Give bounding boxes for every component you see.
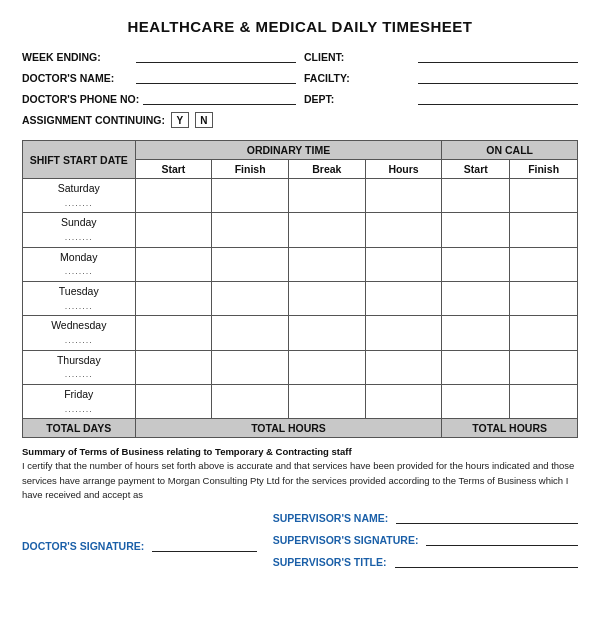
oncall-cell-2-0[interactable]	[442, 247, 510, 281]
ordinary-cell-3-1[interactable]	[212, 281, 289, 315]
day-friday: Friday........	[23, 384, 136, 418]
ordinary-cell-5-2[interactable]	[288, 350, 365, 384]
oncall-cell-5-1[interactable]	[510, 350, 578, 384]
phone-label: DOCTOR'S PHONE NO:	[22, 93, 139, 105]
phone-input[interactable]	[143, 91, 296, 105]
ordinary-cell-0-1[interactable]	[212, 179, 289, 213]
week-ending-left: WEEK ENDING:	[22, 49, 296, 63]
ordinary-cell-1-2[interactable]	[288, 213, 365, 247]
day-wednesday: Wednesday........	[23, 316, 136, 350]
oncall-cell-3-1[interactable]	[510, 281, 578, 315]
client-label: CLIENT:	[304, 51, 414, 63]
facility-right: FACILTY:	[304, 70, 578, 84]
day-saturday: Saturday........	[23, 179, 136, 213]
supervisor-title-row: SUPERVISOR'S TITLE:	[273, 554, 578, 568]
ordinary-cell-4-3[interactable]	[365, 316, 442, 350]
form-fields: WEEK ENDING: CLIENT: DOCTOR'S NAME: FACI…	[22, 49, 578, 128]
table-row: Sunday........	[23, 213, 578, 247]
table-row: Saturday........	[23, 179, 578, 213]
oncall-cell-5-0[interactable]	[442, 350, 510, 384]
timesheet-table: SHIFT START DATE ORDINARY TIME ON CALL S…	[22, 140, 578, 438]
dept-label: DEPT:	[304, 93, 414, 105]
total-row: TOTAL DAYS TOTAL HOURS TOTAL HOURS	[23, 419, 578, 438]
day-monday: Monday........	[23, 247, 136, 281]
ordinary-cell-4-0[interactable]	[135, 316, 212, 350]
ordinary-cell-2-0[interactable]	[135, 247, 212, 281]
client-right: CLIENT:	[304, 49, 578, 63]
supervisor-sig-line[interactable]	[426, 532, 578, 546]
week-ending-input[interactable]	[136, 49, 296, 63]
table-row: Thursday........	[23, 350, 578, 384]
oncall-total-hours-cell: TOTAL HOURS	[442, 419, 578, 438]
doctor-sig-label: DOCTOR'S SIGNATURE:	[22, 540, 144, 552]
finish-subheader: Finish	[212, 160, 289, 179]
oncall-cell-0-0[interactable]	[442, 179, 510, 213]
dept-input[interactable]	[418, 91, 578, 105]
oncall-cell-6-1[interactable]	[510, 384, 578, 418]
ordinary-cell-1-1[interactable]	[212, 213, 289, 247]
ordinary-cell-3-2[interactable]	[288, 281, 365, 315]
ordinary-cell-1-3[interactable]	[365, 213, 442, 247]
client-input[interactable]	[418, 49, 578, 63]
ordinary-cell-4-2[interactable]	[288, 316, 365, 350]
doctors-name-left: DOCTOR'S NAME:	[22, 70, 296, 84]
supervisor-name-row: SUPERVISOR'S NAME:	[273, 510, 578, 524]
start-subheader: Start	[135, 160, 212, 179]
shift-start-date-header: SHIFT START DATE	[23, 141, 136, 179]
ordinary-cell-5-0[interactable]	[135, 350, 212, 384]
week-ending-row: WEEK ENDING: CLIENT:	[22, 49, 578, 63]
table-row: Friday........	[23, 384, 578, 418]
doctors-name-label: DOCTOR'S NAME:	[22, 72, 132, 84]
ordinary-cell-0-0[interactable]	[135, 179, 212, 213]
ordinary-cell-6-0[interactable]	[135, 384, 212, 418]
no-box[interactable]: N	[195, 112, 213, 128]
doctor-sig-line[interactable]	[152, 538, 257, 552]
ordinary-cell-5-3[interactable]	[365, 350, 442, 384]
day-tuesday: Tuesday........	[23, 281, 136, 315]
summary-section: Summary of Terms of Business relating to…	[22, 446, 578, 502]
doctor-sig-row: DOCTOR'S SIGNATURE:	[22, 538, 257, 552]
facility-input[interactable]	[418, 70, 578, 84]
oncall-cell-3-0[interactable]	[442, 281, 510, 315]
supervisor-title-line[interactable]	[395, 554, 578, 568]
ordinary-cell-3-0[interactable]	[135, 281, 212, 315]
ordinary-cell-1-0[interactable]	[135, 213, 212, 247]
supervisor-sig-label: SUPERVISOR'S SIGNATURE:	[273, 534, 419, 546]
oncall-cell-2-1[interactable]	[510, 247, 578, 281]
facility-label: FACILTY:	[304, 72, 414, 84]
oncall-start-subheader: Start	[442, 160, 510, 179]
ordinary-cell-2-2[interactable]	[288, 247, 365, 281]
table-row: Wednesday........	[23, 316, 578, 350]
oncall-cell-1-1[interactable]	[510, 213, 578, 247]
oncall-cell-4-0[interactable]	[442, 316, 510, 350]
table-row: Tuesday........	[23, 281, 578, 315]
ordinary-cell-6-2[interactable]	[288, 384, 365, 418]
dept-right: DEPT:	[304, 91, 578, 105]
table-row: Monday........	[23, 247, 578, 281]
supervisor-sig-row: SUPERVISOR'S SIGNATURE:	[273, 532, 578, 546]
ordinary-cell-0-3[interactable]	[365, 179, 442, 213]
yes-box[interactable]: Y	[171, 112, 189, 128]
ordinary-cell-4-1[interactable]	[212, 316, 289, 350]
ordinary-cell-2-1[interactable]	[212, 247, 289, 281]
oncall-cell-6-0[interactable]	[442, 384, 510, 418]
ordinary-cell-6-1[interactable]	[212, 384, 289, 418]
assignment-label: ASSIGNMENT CONTINUING:	[22, 114, 165, 126]
signatures-section: DOCTOR'S SIGNATURE: SUPERVISOR'S NAME: S…	[22, 510, 578, 568]
break-subheader: Break	[288, 160, 365, 179]
ordinary-cell-3-3[interactable]	[365, 281, 442, 315]
summary-text: I certify that the number of hours set f…	[22, 459, 578, 502]
ordinary-cell-0-2[interactable]	[288, 179, 365, 213]
oncall-cell-0-1[interactable]	[510, 179, 578, 213]
doctors-name-input[interactable]	[136, 70, 296, 84]
ordinary-cell-5-1[interactable]	[212, 350, 289, 384]
page-title: HEALTHCARE & MEDICAL DAILY TIMESHEET	[22, 18, 578, 35]
oncall-cell-1-0[interactable]	[442, 213, 510, 247]
ordinary-time-header: ORDINARY TIME	[135, 141, 442, 160]
supervisor-name-line[interactable]	[396, 510, 578, 524]
ordinary-cell-2-3[interactable]	[365, 247, 442, 281]
ordinary-cell-6-3[interactable]	[365, 384, 442, 418]
day-sunday: Sunday........	[23, 213, 136, 247]
oncall-cell-4-1[interactable]	[510, 316, 578, 350]
week-ending-label: WEEK ENDING:	[22, 51, 132, 63]
